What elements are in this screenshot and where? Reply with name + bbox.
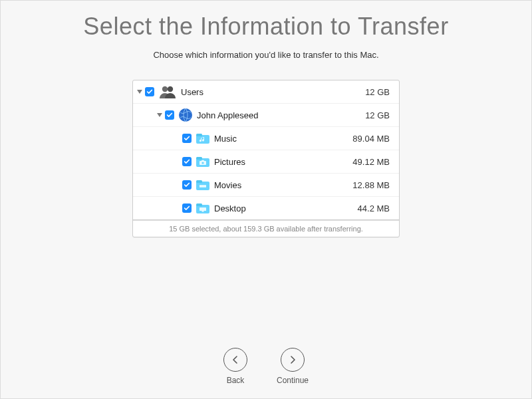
tree-label: Desktop (214, 203, 343, 213)
svg-point-2 (179, 108, 192, 122)
continue-label: Continue (277, 376, 309, 385)
users-group-icon (158, 84, 177, 100)
tree-label: Movies (214, 180, 343, 190)
svg-rect-11 (196, 180, 202, 183)
tree-row-music[interactable]: Music 89.04 MB (133, 127, 399, 150)
continue-arrow-icon (281, 348, 305, 372)
status-bar: 15 GB selected, about 159.3 GB available… (133, 220, 399, 237)
tree-size: 49.12 MB (343, 157, 399, 167)
globe-icon (178, 108, 193, 122)
svg-point-1 (168, 86, 173, 92)
tree-row-movies[interactable]: Movies 12.88 MB (133, 174, 399, 197)
disclosure-triangle-icon[interactable] (157, 113, 162, 117)
back-label: Back (227, 376, 245, 385)
disclosure-triangle-icon[interactable] (137, 90, 142, 94)
tree-row-user[interactable]: John Appleseed 12 GB (133, 104, 399, 127)
svg-rect-18 (202, 211, 204, 212)
svg-rect-14 (200, 188, 206, 188)
svg-point-0 (162, 86, 168, 92)
tree-label: John Appleseed (197, 110, 343, 120)
checkbox-users[interactable] (145, 87, 154, 96)
tree-label: Users (181, 87, 343, 97)
svg-rect-9 (201, 160, 204, 162)
page-subtitle: Choose which information you'd like to t… (1, 50, 531, 60)
transfer-panel: Users 12 GB John Appleseed 12 GB (132, 80, 400, 237)
svg-rect-17 (200, 207, 206, 211)
transfer-tree[interactable]: Users 12 GB John Appleseed 12 GB (133, 80, 399, 220)
tree-label: Pictures (214, 157, 343, 167)
migration-assistant-window: Select the Information to Transfer Choos… (0, 0, 532, 399)
tree-row-users[interactable]: Users 12 GB (133, 80, 399, 104)
svg-rect-13 (200, 184, 206, 185)
svg-rect-16 (196, 203, 202, 206)
checkbox-desktop[interactable] (182, 203, 192, 213)
tree-size: 12.88 MB (343, 180, 399, 190)
music-folder-icon (196, 131, 210, 146)
checkbox-pictures[interactable] (182, 157, 192, 166)
svg-rect-6 (196, 157, 202, 160)
checkbox-movies[interactable] (182, 180, 192, 190)
page-title: Select the Information to Transfer (1, 13, 531, 41)
svg-point-8 (201, 162, 203, 164)
tree-row-pictures[interactable]: Pictures 49.12 MB (133, 150, 399, 174)
desktop-folder-icon (196, 201, 210, 215)
tree-label: Music (214, 134, 343, 144)
svg-rect-4 (196, 134, 202, 136)
tree-size: 12 GB (343, 110, 399, 120)
tree-size: 44.2 MB (343, 203, 399, 213)
back-button[interactable]: Back (223, 348, 247, 385)
checkbox-user[interactable] (165, 110, 174, 120)
tree-size: 89.04 MB (343, 134, 399, 144)
pictures-folder-icon (196, 154, 210, 169)
nav-buttons: Back Continue (1, 348, 531, 385)
tree-row-desktop[interactable]: Desktop 44.2 MB (133, 197, 399, 220)
checkbox-music[interactable] (182, 134, 192, 143)
continue-button[interactable]: Continue (277, 348, 309, 385)
back-arrow-icon (223, 348, 247, 372)
tree-size: 12 GB (343, 87, 399, 97)
movies-folder-icon (196, 178, 210, 192)
